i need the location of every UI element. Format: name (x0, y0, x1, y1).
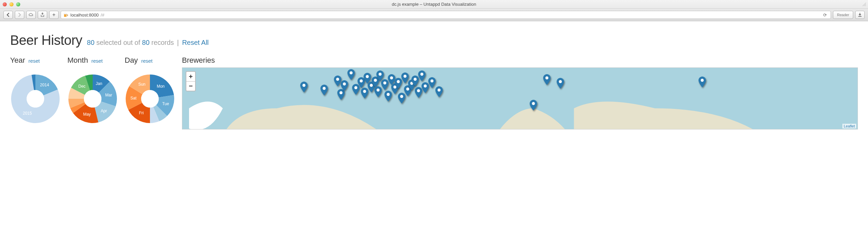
fullscreen-grip-icon[interactable] (862, 2, 867, 7)
year-heading: Year reset (10, 56, 61, 65)
svg-point-24 (400, 95, 403, 98)
chart-slice-label: Dec (79, 84, 86, 89)
month-heading: Month reset (67, 56, 118, 65)
map-marker[interactable] (530, 100, 537, 111)
map-marker[interactable] (341, 80, 348, 91)
svg-point-35 (559, 80, 562, 83)
svg-point-18 (379, 73, 382, 76)
svg-point-20 (387, 93, 390, 96)
svg-point-3 (141, 90, 159, 108)
svg-point-1 (27, 90, 44, 108)
url-host: localhost:8000 (70, 12, 99, 18)
zoom-window-button[interactable] (16, 2, 20, 6)
chart-slice-label: Sun (138, 82, 145, 87)
breweries-map[interactable]: + − Leaflet (182, 67, 858, 129)
svg-point-5 (302, 84, 305, 87)
svg-point-8 (339, 91, 342, 94)
map-zoom-in-button[interactable]: + (186, 72, 195, 81)
selected-label: selected out of (96, 39, 140, 46)
back-button[interactable] (3, 11, 13, 19)
map-marker[interactable] (422, 82, 429, 93)
close-window-button[interactable] (3, 2, 7, 6)
chart-slice-label: Tue (162, 101, 169, 106)
breweries-panel: Breweries + − Leaflet (182, 56, 858, 129)
svg-point-21 (390, 76, 393, 79)
chart-slice-label: 2015 (23, 111, 32, 116)
total-count: 80 (142, 39, 150, 46)
map-marker[interactable] (381, 79, 389, 90)
svg-point-25 (404, 75, 407, 78)
chart-slice-label: May (83, 112, 91, 117)
map-zoom-control: + − (186, 71, 196, 91)
map-marker[interactable] (699, 77, 706, 87)
map-marker[interactable] (418, 70, 426, 81)
map-marker[interactable] (361, 88, 368, 98)
map-marker[interactable] (543, 74, 551, 85)
map-marker[interactable] (334, 76, 341, 86)
day-reset-link[interactable]: reset (141, 58, 152, 64)
reload-button[interactable]: ⟳ (821, 12, 829, 18)
url-path: /# (101, 12, 104, 18)
year-reset-link[interactable]: reset (29, 58, 40, 64)
map-marker[interactable] (320, 85, 328, 95)
svg-point-37 (701, 79, 704, 82)
svg-point-11 (354, 86, 358, 89)
title-bar: dc.js example – Untappd Data Visualizati… (0, 0, 868, 9)
share-button[interactable] (38, 11, 47, 19)
svg-point-36 (532, 102, 535, 105)
chart-slice-label: Mon (157, 84, 164, 89)
map-marker[interactable] (557, 78, 564, 89)
svg-point-17 (377, 89, 380, 92)
records-label: records (151, 39, 174, 46)
svg-point-9 (343, 83, 346, 86)
chart-slice-label: Fri (139, 111, 144, 115)
map-marker[interactable] (415, 87, 422, 98)
chart-slice-label: 2014 (40, 83, 49, 87)
svg-point-33 (437, 89, 440, 92)
map-marker[interactable] (401, 72, 409, 83)
traffic-lights (3, 2, 20, 6)
reader-button[interactable]: Reader (833, 11, 853, 19)
month-reset-link[interactable]: reset (91, 58, 102, 64)
svg-point-28 (414, 78, 417, 81)
map-marker[interactable] (395, 78, 402, 89)
svg-point-7 (336, 78, 339, 81)
svg-point-10 (350, 71, 353, 75)
map-marker[interactable] (384, 91, 392, 101)
map-marker[interactable] (428, 77, 436, 88)
icloud-button[interactable] (26, 11, 36, 19)
svg-point-0 (64, 13, 67, 14)
day-donut-chart[interactable]: MonTueFriSatSun (125, 67, 175, 131)
svg-point-34 (546, 76, 549, 79)
selected-count: 80 (87, 39, 94, 46)
toolbar: + localhost:8000/# ⟳ Reader (0, 9, 868, 21)
page-content: Beer History 80 selected out of 80 recor… (0, 21, 868, 136)
favicon-beer-icon (63, 12, 68, 18)
breweries-heading: Breweries (182, 56, 858, 65)
map-marker[interactable] (411, 76, 419, 86)
map-marker[interactable] (374, 86, 382, 97)
year-donut-chart[interactable]: 20142015 (10, 67, 61, 131)
reset-all-link[interactable]: Reset All (182, 39, 209, 46)
record-summary: 80 selected out of 80 records | Reset Al… (87, 39, 209, 47)
svg-point-6 (322, 87, 326, 90)
forward-button[interactable] (15, 11, 24, 19)
day-heading: Day reset (125, 56, 175, 65)
svg-point-31 (424, 84, 427, 87)
day-panel: Day reset MonTueFriSatSun (125, 56, 175, 132)
svg-point-2 (84, 90, 101, 108)
minimize-window-button[interactable] (9, 2, 13, 6)
browser-chrome: dc.js example – Untappd Data Visualizati… (0, 0, 868, 21)
svg-point-13 (363, 90, 366, 93)
downloads-button[interactable] (855, 11, 865, 19)
map-zoom-out-button[interactable]: − (186, 81, 195, 91)
map-attribution[interactable]: Leaflet (842, 124, 856, 128)
map-marker[interactable] (435, 86, 443, 97)
month-donut-chart[interactable]: JanMarAprMayDec (67, 67, 118, 131)
map-marker[interactable] (300, 82, 308, 92)
url-bar[interactable]: localhost:8000/# ⟳ (61, 11, 831, 19)
chart-slice-label: Apr (101, 109, 107, 113)
year-panel: Year reset 20142015 (10, 56, 61, 132)
map-marker[interactable] (347, 69, 355, 80)
add-tab-button[interactable]: + (49, 11, 59, 19)
